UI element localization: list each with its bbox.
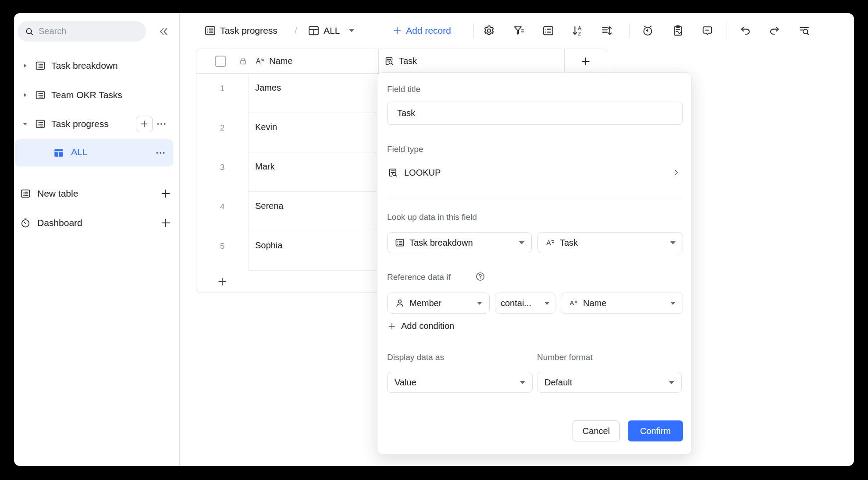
- toolbar: Task progress / ALL Add record: [180, 13, 854, 48]
- lookup-field-icon: [387, 167, 398, 178]
- view-switch-caret-icon[interactable]: [349, 29, 354, 32]
- number-format-label: Number format: [537, 353, 593, 362]
- lookup-field-select[interactable]: Task: [537, 232, 683, 253]
- expand-caret-icon[interactable]: [21, 62, 28, 69]
- help-circle-icon[interactable]: [475, 271, 486, 282]
- history-clock-icon[interactable]: [641, 25, 654, 37]
- condition-value-select[interactable]: Name: [561, 293, 683, 314]
- expand-caret-icon[interactable]: [21, 92, 28, 99]
- lock-icon: [238, 56, 248, 66]
- sidebar: Search Task breakdown Team OKR Tasks Tas…: [14, 13, 180, 466]
- add-condition-button[interactable]: Add condition: [387, 321, 454, 331]
- plus-icon: [139, 119, 149, 129]
- search-input[interactable]: Search: [18, 21, 146, 42]
- lookup-field-value: Task: [560, 238, 578, 248]
- sidebar-item-label: New table: [37, 188, 78, 199]
- chevron-down-icon: [544, 302, 550, 305]
- display-data-select[interactable]: Value: [387, 372, 533, 393]
- display-data-value: Value: [395, 378, 416, 388]
- chevron-down-icon: [670, 302, 676, 305]
- app-window: Search Task breakdown Team OKR Tasks Tas…: [14, 13, 854, 466]
- sort-az-icon[interactable]: [571, 25, 584, 37]
- number-format-value: Default: [544, 378, 572, 388]
- add-condition-label: Add condition: [401, 321, 454, 331]
- table-icon: [395, 237, 405, 248]
- comments-bubble-icon[interactable]: [701, 25, 714, 37]
- sidebar-item-label: Dashboard: [37, 218, 82, 228]
- plus-icon: [217, 276, 228, 287]
- toolbar-divider: [630, 23, 630, 38]
- number-format-select[interactable]: Default: [537, 372, 682, 393]
- sidebar-item-label: Task breakdown: [51, 60, 118, 71]
- lookup-table-value: Task breakdown: [409, 238, 473, 248]
- row-number: 1: [196, 84, 248, 93]
- more-options-icon[interactable]: [154, 147, 167, 159]
- view-label: ALL: [71, 147, 87, 157]
- add-field-button[interactable]: [564, 49, 607, 73]
- column-header-task[interactable]: Task: [378, 49, 564, 73]
- select-all-checkbox[interactable]: [215, 56, 226, 67]
- redo-arrow-icon[interactable]: [768, 25, 781, 37]
- field-title-label: Field title: [387, 85, 420, 94]
- row-number: 4: [196, 202, 248, 212]
- undo-arrow-icon[interactable]: [739, 25, 752, 37]
- popup-divider: [387, 197, 683, 197]
- more-options-icon[interactable]: [155, 118, 167, 130]
- view-grid-icon: [307, 25, 320, 37]
- grid-view-icon: [53, 147, 64, 159]
- breadcrumb-separator: /: [295, 26, 297, 36]
- add-record-label: Add record: [406, 25, 451, 36]
- add-dashboard-icon[interactable]: [160, 217, 172, 229]
- lookup-table-select[interactable]: Task breakdown: [387, 232, 532, 253]
- sidebar-view-all[interactable]: ALL: [15, 139, 173, 166]
- fields-config-icon[interactable]: [542, 25, 555, 37]
- row-number: 5: [196, 241, 248, 251]
- field-title-input[interactable]: Task: [387, 102, 683, 125]
- sidebar-item-new-table[interactable]: New table: [14, 182, 180, 205]
- chevron-down-icon: [520, 381, 525, 384]
- toolbar-divider: [726, 23, 726, 38]
- cancel-button[interactable]: Cancel: [573, 420, 620, 441]
- sidebar-item-label: Task progress: [51, 119, 109, 129]
- chevron-down-icon: [670, 241, 676, 244]
- form-check-icon[interactable]: [672, 25, 684, 37]
- toolbar-divider: [473, 23, 474, 38]
- settings-gear-icon[interactable]: [483, 25, 495, 37]
- breadcrumb-table-name[interactable]: Task progress: [220, 25, 277, 36]
- text-field-icon: [568, 298, 579, 308]
- condition-operator-select[interactable]: contai...: [495, 293, 555, 314]
- chevron-down-icon: [477, 302, 482, 305]
- column-header-name[interactable]: Name: [248, 49, 378, 73]
- chevron-right-icon: [671, 168, 681, 177]
- column-name: Name: [269, 56, 292, 66]
- table-icon: [35, 60, 46, 71]
- field-config-popup: Field title Task Field type LOOKUP Look …: [377, 72, 692, 455]
- add-table-icon[interactable]: [160, 187, 172, 200]
- breadcrumb-view-name[interactable]: ALL: [324, 25, 340, 36]
- confirm-button[interactable]: Confirm: [628, 420, 683, 441]
- person-icon: [395, 298, 405, 308]
- sidebar-collapse-icon[interactable]: [157, 25, 170, 38]
- condition-field-value: Member: [409, 298, 441, 308]
- sidebar-item-dashboard[interactable]: Dashboard: [14, 212, 180, 234]
- search-placeholder: Search: [39, 26, 66, 36]
- sidebar-item-team-okr-tasks[interactable]: Team OKR Tasks: [14, 84, 180, 106]
- add-view-button[interactable]: [136, 116, 153, 132]
- collapse-caret-icon[interactable]: [21, 120, 28, 127]
- sidebar-item-task-breakdown[interactable]: Task breakdown: [14, 54, 180, 77]
- chevron-down-icon: [519, 241, 524, 244]
- grid-header-gutter: [196, 49, 248, 73]
- field-type-value: LOOKUP: [404, 168, 441, 178]
- add-record-button[interactable]: Add record: [392, 25, 451, 36]
- row-number: 3: [196, 162, 248, 172]
- row-height-icon[interactable]: [601, 25, 613, 37]
- condition-operator-value: contai...: [501, 298, 531, 308]
- table-icon: [20, 188, 31, 199]
- plus-icon: [392, 25, 402, 36]
- filter-icon[interactable]: [512, 25, 525, 37]
- text-field-icon: [254, 56, 265, 67]
- field-type-selector[interactable]: LOOKUP: [387, 162, 683, 183]
- condition-field-select[interactable]: Member: [387, 293, 490, 314]
- sidebar-item-task-progress[interactable]: Task progress: [14, 113, 180, 135]
- search-records-icon[interactable]: [798, 25, 811, 37]
